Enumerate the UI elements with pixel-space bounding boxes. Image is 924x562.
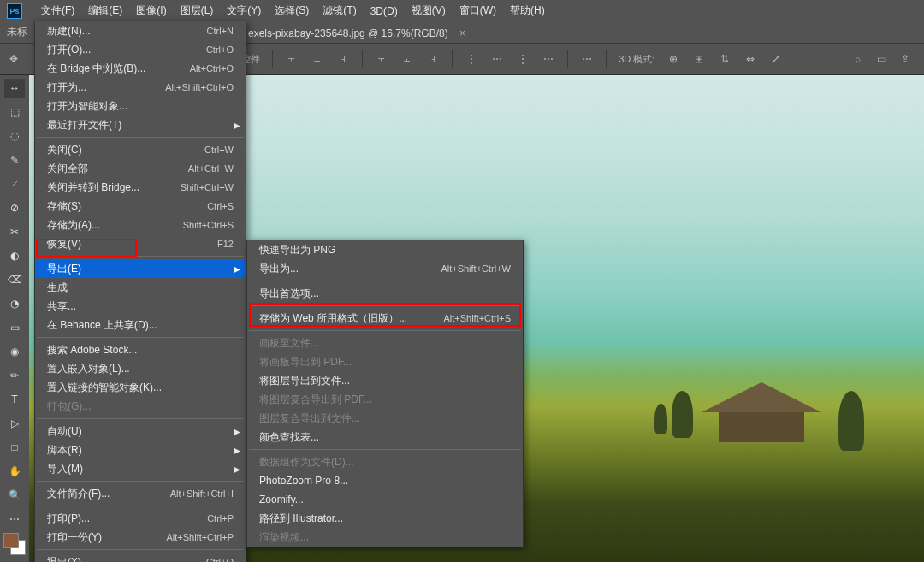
file-menu-item-20[interactable]: 置入嵌入对象(L)...: [35, 359, 246, 378]
align-icon[interactable]: ⫠: [400, 52, 414, 66]
distribute-icon[interactable]: ⋯: [490, 52, 504, 66]
export-menu-item-5[interactable]: 存储为 Web 所用格式（旧版）...Alt+Shift+Ctrl+S: [247, 309, 523, 328]
tool-4[interactable]: ⟋: [4, 175, 25, 193]
scale-icon[interactable]: ⤢: [769, 52, 783, 66]
file-menu-item-25[interactable]: 脚本(R)▶: [35, 441, 246, 459]
file-menu-item-30[interactable]: 打印(P)...Ctrl+P: [35, 509, 246, 528]
file-menu-item-3[interactable]: 打开为...Alt+Shift+Ctrl+O: [35, 78, 246, 97]
file-menu-item-17[interactable]: 在 Behance 上共享(D)...: [35, 316, 246, 334]
tool-2[interactable]: ◌: [4, 127, 25, 145]
share-icon[interactable]: ⇪: [898, 52, 912, 66]
tool-5[interactable]: ⊘: [4, 198, 25, 217]
file-menu-item-26[interactable]: 导入(M)▶: [35, 459, 246, 478]
export-menu-item-12[interactable]: 颜色查找表...: [247, 428, 523, 447]
tool-17[interactable]: 🔍: [4, 486, 25, 505]
menu-视图[interactable]: 视图(V): [405, 0, 453, 21]
menu-图像[interactable]: 图像(I): [129, 0, 173, 21]
file-menu-item-11[interactable]: 存储为(A)...Shift+Ctrl+S: [35, 216, 246, 234]
file-menu-item-12[interactable]: 恢复(V)F12: [35, 234, 246, 253]
tool-15[interactable]: □: [4, 438, 25, 457]
file-menu-item-24[interactable]: 自动(U)▶: [35, 422, 246, 441]
export-menu-item-1[interactable]: 导出为...Alt+Shift+Ctrl+W: [247, 259, 523, 278]
menu-文字[interactable]: 文字(Y): [220, 0, 268, 21]
slide-icon[interactable]: ⇔: [743, 52, 757, 66]
tool-13[interactable]: T: [4, 390, 25, 409]
document-tab-label[interactable]: exels-pixabay-235648.jpg @ 16.7%(RGB/8) …: [248, 27, 465, 39]
distribute-icon[interactable]: ⋮: [516, 52, 530, 66]
export-menu-item-0[interactable]: 快速导出为 PNG: [247, 240, 523, 259]
distribute-icon[interactable]: ⋮: [465, 52, 478, 66]
align-icon[interactable]: ⫟: [375, 52, 388, 66]
menu-3d[interactable]: 3D(D): [364, 2, 405, 21]
export-menu-item-15[interactable]: PhotoZoom Pro 8...: [247, 471, 523, 490]
tool-11[interactable]: ◉: [4, 342, 25, 361]
menu-滤镜[interactable]: 滤镜(T): [316, 0, 363, 21]
export-menu-item-17[interactable]: 路径到 Illustrator...: [247, 509, 523, 528]
app-logo[interactable]: Ps: [7, 3, 22, 19]
tool-12[interactable]: ✏: [4, 366, 25, 385]
pan-icon[interactable]: ⊞: [692, 52, 706, 66]
file-menu-item-28[interactable]: 文件简介(F)...Alt+Shift+Ctrl+I: [35, 484, 246, 503]
file-menu-item-31[interactable]: 打印一份(Y)Alt+Shift+Ctrl+P: [35, 528, 246, 547]
file-menu-item-33[interactable]: 退出(X)Ctrl+Q: [35, 553, 246, 562]
export-menu-item-8: 将画板导出到 PDF...: [247, 352, 523, 371]
export-menu-item-16[interactable]: Zoomify...: [247, 490, 523, 509]
orbit-icon[interactable]: ⊕: [666, 52, 680, 66]
tool-6[interactable]: ✂: [4, 222, 25, 241]
export-menu-item-7: 画板至文件...: [247, 334, 523, 352]
tool-0[interactable]: ↔: [4, 79, 25, 98]
menu-图层[interactable]: 图层(L): [174, 0, 221, 21]
document-tab[interactable]: 未标: [0, 21, 27, 43]
close-tab-icon[interactable]: ×: [459, 27, 465, 39]
tool-18[interactable]: ⋯: [4, 510, 25, 529]
file-menu-item-2[interactable]: 在 Bridge 中浏览(B)...Alt+Ctrl+O: [35, 59, 246, 78]
menu-窗口[interactable]: 窗口(W): [453, 0, 503, 21]
file-menu-item-15[interactable]: 生成: [35, 278, 246, 297]
menu-separator: [37, 481, 244, 482]
menu-item-label: 导出(E): [47, 262, 81, 276]
file-menu-item-14[interactable]: 导出(E)▶: [35, 259, 246, 278]
color-swatch[interactable]: [3, 533, 26, 555]
align-icon[interactable]: ⫞: [426, 52, 440, 66]
tool-9[interactable]: ◔: [4, 294, 25, 313]
foreground-color[interactable]: [3, 533, 19, 548]
dolly-icon[interactable]: ⇅: [718, 52, 732, 66]
menu-编辑[interactable]: 编辑(E): [81, 0, 129, 21]
file-menu-item-8[interactable]: 关闭全部Alt+Ctrl+W: [35, 159, 246, 178]
export-menu-item-9[interactable]: 将图层导出到文件...: [247, 371, 523, 390]
align-icon[interactable]: ⫟: [285, 52, 299, 66]
tool-14[interactable]: ▷: [4, 414, 25, 433]
menu-separator: [37, 418, 244, 419]
file-menu-item-1[interactable]: 打开(O)...Ctrl+O: [35, 40, 246, 59]
distribute-icon[interactable]: ⋯: [542, 52, 555, 66]
tool-7[interactable]: ◐: [4, 246, 25, 265]
move-tool-icon[interactable]: ✥: [7, 52, 21, 66]
workspace-icon[interactable]: ▭: [874, 52, 888, 66]
more-icon[interactable]: ⋯: [580, 52, 594, 66]
file-menu-item-4[interactable]: 打开为智能对象...: [35, 97, 246, 115]
tool-1[interactable]: ⬚: [4, 103, 25, 121]
menu-item-shortcut: Alt+Shift+Ctrl+I: [170, 488, 234, 499]
menu-item-label: PhotoZoom Pro 8...: [259, 475, 348, 487]
menu-文件[interactable]: 文件(F): [34, 0, 81, 21]
separator: [272, 50, 273, 68]
file-menu-item-10[interactable]: 存储(S)Ctrl+S: [35, 197, 246, 216]
menu-item-label: 颜色查找表...: [259, 430, 319, 445]
file-menu-item-0[interactable]: 新建(N)...Ctrl+N: [35, 21, 246, 40]
align-icon[interactable]: ⫞: [336, 52, 350, 66]
file-menu-item-9[interactable]: 关闭并转到 Bridge...Shift+Ctrl+W: [35, 178, 246, 197]
menu-选择[interactable]: 选择(S): [268, 0, 316, 21]
export-menu-item-3[interactable]: 导出首选项...: [247, 284, 523, 303]
menu-帮助[interactable]: 帮助(H): [503, 0, 552, 21]
file-menu-item-19[interactable]: 搜索 Adobe Stock...: [35, 340, 246, 359]
tool-10[interactable]: ▭: [4, 318, 25, 337]
tool-3[interactable]: ✎: [4, 151, 25, 169]
file-menu-item-5[interactable]: 最近打开文件(T)▶: [35, 115, 246, 134]
file-menu-item-21[interactable]: 置入链接的智能对象(K)...: [35, 378, 246, 397]
file-menu-item-16[interactable]: 共享...: [35, 297, 246, 316]
align-icon[interactable]: ⫠: [311, 52, 324, 66]
search-icon[interactable]: ⌕: [850, 52, 864, 66]
file-menu-item-7[interactable]: 关闭(C)Ctrl+W: [35, 140, 246, 159]
tool-8[interactable]: ⌫: [4, 270, 25, 289]
tool-16[interactable]: ✋: [4, 462, 25, 481]
